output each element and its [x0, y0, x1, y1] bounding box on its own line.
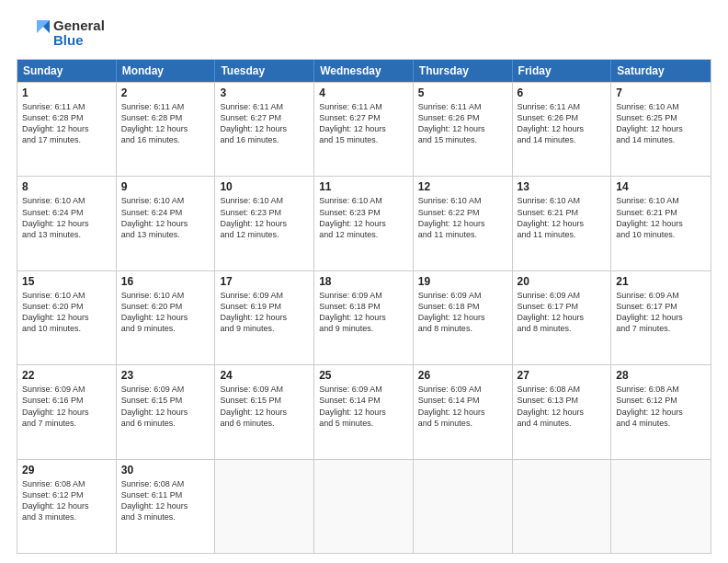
- cell-info: Sunrise: 6:09 AM Sunset: 6:15 PM Dayligh…: [220, 384, 309, 429]
- cell-info: Sunrise: 6:10 AM Sunset: 6:24 PM Dayligh…: [22, 195, 111, 240]
- day-number: 12: [418, 180, 507, 193]
- cell-info: Sunrise: 6:10 AM Sunset: 6:23 PM Dayligh…: [319, 195, 408, 240]
- day-number: 4: [319, 86, 408, 99]
- day-number: 29: [22, 464, 111, 477]
- cell-info: Sunrise: 6:08 AM Sunset: 6:12 PM Dayligh…: [22, 478, 111, 523]
- day-number: 19: [418, 275, 507, 288]
- cal-cell: 11Sunrise: 6:10 AM Sunset: 6:23 PM Dayli…: [314, 177, 414, 270]
- cell-info: Sunrise: 6:09 AM Sunset: 6:17 PM Dayligh…: [518, 290, 607, 335]
- day-number: 14: [616, 180, 706, 193]
- cell-info: Sunrise: 6:11 AM Sunset: 6:27 PM Dayligh…: [319, 101, 408, 146]
- day-number: 6: [518, 86, 607, 99]
- day-number: 16: [121, 275, 210, 288]
- cal-cell: 16Sunrise: 6:10 AM Sunset: 6:20 PM Dayli…: [117, 271, 216, 364]
- day-number: 20: [518, 275, 607, 288]
- logo-svg: [17, 17, 50, 50]
- cal-cell: 10Sunrise: 6:10 AM Sunset: 6:23 PM Dayli…: [215, 177, 314, 270]
- cell-info: Sunrise: 6:11 AM Sunset: 6:26 PM Dayligh…: [418, 101, 507, 146]
- day-number: 10: [220, 180, 309, 193]
- cell-info: Sunrise: 6:08 AM Sunset: 6:11 PM Dayligh…: [121, 478, 210, 523]
- cal-cell: 28Sunrise: 6:08 AM Sunset: 6:12 PM Dayli…: [611, 365, 711, 458]
- cal-cell: 3Sunrise: 6:11 AM Sunset: 6:27 PM Daylig…: [215, 83, 314, 176]
- cal-cell: 30Sunrise: 6:08 AM Sunset: 6:11 PM Dayli…: [117, 460, 216, 553]
- day-number: 8: [22, 180, 111, 193]
- cell-info: Sunrise: 6:09 AM Sunset: 6:15 PM Dayligh…: [121, 384, 210, 429]
- col-header-friday: Friday: [513, 60, 612, 82]
- cell-info: Sunrise: 6:09 AM Sunset: 6:16 PM Dayligh…: [22, 384, 111, 429]
- cal-cell: 13Sunrise: 6:10 AM Sunset: 6:21 PM Dayli…: [513, 177, 612, 270]
- cal-cell: 7Sunrise: 6:10 AM Sunset: 6:25 PM Daylig…: [611, 83, 711, 176]
- logo-text-block: GeneralBlue: [53, 18, 105, 49]
- cal-cell: 20Sunrise: 6:09 AM Sunset: 6:17 PM Dayli…: [513, 271, 612, 364]
- cell-info: Sunrise: 6:10 AM Sunset: 6:22 PM Dayligh…: [418, 195, 507, 240]
- page: GeneralBlue SundayMondayTuesdayWednesday…: [0, 0, 728, 563]
- cal-cell: 19Sunrise: 6:09 AM Sunset: 6:18 PM Dayli…: [414, 271, 513, 364]
- cell-info: Sunrise: 6:10 AM Sunset: 6:21 PM Dayligh…: [616, 195, 706, 240]
- logo-blue: Blue: [53, 33, 105, 49]
- cell-info: Sunrise: 6:10 AM Sunset: 6:20 PM Dayligh…: [22, 290, 111, 335]
- cal-cell: 6Sunrise: 6:11 AM Sunset: 6:26 PM Daylig…: [513, 83, 612, 176]
- col-header-sunday: Sunday: [17, 60, 117, 82]
- cal-cell: 1Sunrise: 6:11 AM Sunset: 6:28 PM Daylig…: [17, 83, 117, 176]
- cal-cell: 14Sunrise: 6:10 AM Sunset: 6:21 PM Dayli…: [611, 177, 711, 270]
- week-row-1: 1Sunrise: 6:11 AM Sunset: 6:28 PM Daylig…: [17, 82, 711, 176]
- cell-info: Sunrise: 6:10 AM Sunset: 6:24 PM Dayligh…: [121, 195, 210, 240]
- week-row-2: 8Sunrise: 6:10 AM Sunset: 6:24 PM Daylig…: [17, 176, 711, 270]
- day-number: 23: [121, 369, 210, 382]
- week-row-3: 15Sunrise: 6:10 AM Sunset: 6:20 PM Dayli…: [17, 270, 711, 364]
- day-number: 25: [319, 369, 408, 382]
- col-header-monday: Monday: [117, 60, 216, 82]
- cal-cell: 27Sunrise: 6:08 AM Sunset: 6:13 PM Dayli…: [513, 365, 612, 458]
- day-number: 11: [319, 180, 408, 193]
- col-header-tuesday: Tuesday: [215, 60, 314, 82]
- logo-general: General: [53, 18, 105, 34]
- day-number: 2: [121, 86, 210, 99]
- cell-info: Sunrise: 6:11 AM Sunset: 6:28 PM Dayligh…: [22, 101, 111, 146]
- col-header-thursday: Thursday: [414, 60, 513, 82]
- cal-cell: 23Sunrise: 6:09 AM Sunset: 6:15 PM Dayli…: [117, 365, 216, 458]
- cell-info: Sunrise: 6:09 AM Sunset: 6:18 PM Dayligh…: [418, 290, 507, 335]
- cal-cell: 2Sunrise: 6:11 AM Sunset: 6:28 PM Daylig…: [117, 83, 216, 176]
- day-number: 28: [616, 369, 706, 382]
- calendar: SundayMondayTuesdayWednesdayThursdayFrid…: [17, 59, 711, 554]
- cell-info: Sunrise: 6:09 AM Sunset: 6:19 PM Dayligh…: [220, 290, 309, 335]
- day-number: 21: [616, 275, 706, 288]
- cal-cell: 18Sunrise: 6:09 AM Sunset: 6:18 PM Dayli…: [314, 271, 414, 364]
- calendar-header-row: SundayMondayTuesdayWednesdayThursdayFrid…: [17, 60, 711, 82]
- day-number: 22: [22, 369, 111, 382]
- cal-cell: 15Sunrise: 6:10 AM Sunset: 6:20 PM Dayli…: [17, 271, 117, 364]
- cal-cell: 25Sunrise: 6:09 AM Sunset: 6:14 PM Dayli…: [314, 365, 414, 458]
- col-header-wednesday: Wednesday: [314, 60, 414, 82]
- cal-cell: 26Sunrise: 6:09 AM Sunset: 6:14 PM Dayli…: [414, 365, 513, 458]
- cal-cell: 22Sunrise: 6:09 AM Sunset: 6:16 PM Dayli…: [17, 365, 117, 458]
- day-number: 13: [518, 180, 607, 193]
- cell-info: Sunrise: 6:09 AM Sunset: 6:18 PM Dayligh…: [319, 290, 408, 335]
- day-number: 5: [418, 86, 507, 99]
- cell-info: Sunrise: 6:10 AM Sunset: 6:25 PM Dayligh…: [616, 101, 706, 146]
- cell-info: Sunrise: 6:10 AM Sunset: 6:23 PM Dayligh…: [220, 195, 309, 240]
- day-number: 7: [616, 86, 706, 99]
- cal-cell: 21Sunrise: 6:09 AM Sunset: 6:17 PM Dayli…: [611, 271, 711, 364]
- cell-info: Sunrise: 6:09 AM Sunset: 6:14 PM Dayligh…: [319, 384, 408, 429]
- cell-info: Sunrise: 6:08 AM Sunset: 6:12 PM Dayligh…: [616, 384, 706, 429]
- cal-cell: 4Sunrise: 6:11 AM Sunset: 6:27 PM Daylig…: [314, 83, 414, 176]
- day-number: 18: [319, 275, 408, 288]
- cell-info: Sunrise: 6:11 AM Sunset: 6:26 PM Dayligh…: [518, 101, 607, 146]
- day-number: 1: [22, 86, 111, 99]
- cal-cell: 9Sunrise: 6:10 AM Sunset: 6:24 PM Daylig…: [117, 177, 216, 270]
- col-header-saturday: Saturday: [611, 60, 711, 82]
- cal-cell: 5Sunrise: 6:11 AM Sunset: 6:26 PM Daylig…: [414, 83, 513, 176]
- cal-cell: 8Sunrise: 6:10 AM Sunset: 6:24 PM Daylig…: [17, 177, 117, 270]
- cal-cell: [314, 460, 414, 553]
- day-number: 26: [418, 369, 507, 382]
- day-number: 9: [121, 180, 210, 193]
- day-number: 3: [220, 86, 309, 99]
- cell-info: Sunrise: 6:11 AM Sunset: 6:28 PM Dayligh…: [121, 101, 210, 146]
- cell-info: Sunrise: 6:09 AM Sunset: 6:14 PM Dayligh…: [418, 384, 507, 429]
- day-number: 27: [518, 369, 607, 382]
- cal-cell: 17Sunrise: 6:09 AM Sunset: 6:19 PM Dayli…: [215, 271, 314, 364]
- cell-info: Sunrise: 6:11 AM Sunset: 6:27 PM Dayligh…: [220, 101, 309, 146]
- day-number: 15: [22, 275, 111, 288]
- cal-cell: [215, 460, 314, 553]
- cal-cell: 24Sunrise: 6:09 AM Sunset: 6:15 PM Dayli…: [215, 365, 314, 458]
